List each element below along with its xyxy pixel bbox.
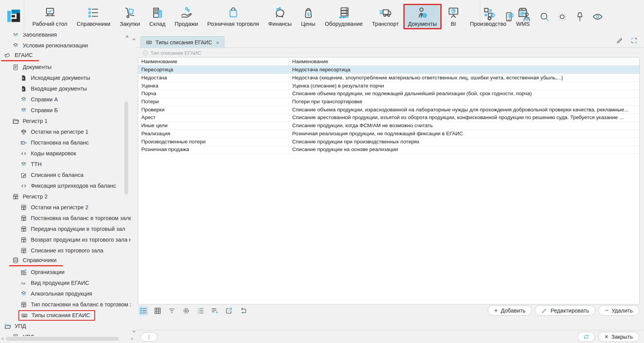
sidebar-item-19[interactable]: Возврат продукции из торгового зала на с… (0, 234, 131, 245)
list-add-icon[interactable] (210, 306, 219, 316)
collapse-group-icon[interactable] (143, 50, 148, 55)
more-options-button[interactable]: ⋮ (141, 332, 157, 341)
sidebar-item-11[interactable]: Коды маркировок (0, 148, 131, 159)
delete-button[interactable]: − Удалить (598, 305, 639, 316)
loop-icon[interactable] (238, 306, 248, 316)
sidebar-item-8[interactable]: Регистр 1 (0, 116, 131, 126)
sidebar-item-inner: Постановка на баланс в торговом зале (20, 215, 131, 222)
nav-item-bi[interactable]: BI (442, 4, 465, 29)
table-row-1[interactable]: НедостачаНедостача (хищение, злоупотребл… (138, 74, 639, 82)
gear-icon[interactable] (181, 306, 191, 316)
sidebar-item-20[interactable]: Списание из торгового зала (0, 245, 131, 256)
refresh-button[interactable] (577, 332, 595, 342)
nav-item-finance[interactable]: Финансы (264, 4, 296, 29)
nav-item-label: Транспорт (372, 21, 399, 27)
sidebar-item-7[interactable]: Справки Б (0, 105, 131, 116)
nav-item-desktop[interactable]: Рабочий стол (28, 4, 72, 29)
sidebar-item-5[interactable]: Входящие документы (0, 83, 131, 94)
vertical-scrollbar-thumb[interactable] (124, 101, 128, 195)
sidebar-item-17[interactable]: Постановка на баланс в торговом зале (0, 213, 131, 224)
main-content: Типы списания ЕГАИС × Тип списания ЕГАИС… (135, 33, 644, 330)
close-button[interactable]: × Закрыть (598, 332, 639, 342)
add-button[interactable]: + Добавить (488, 305, 532, 316)
sidebar-horizontal-scrollbar[interactable] (0, 336, 135, 342)
sidebar-item-0[interactable]: Заболевания (0, 33, 131, 40)
sidebar-item-18[interactable]: Передача продукции в торговый зал (0, 224, 131, 234)
settings-icon[interactable] (486, 11, 497, 22)
column-header-2[interactable]: Наименование (289, 57, 639, 66)
num-list-icon[interactable]: 123 (196, 306, 205, 316)
sidebar-item-23[interactable]: AaВид продукции ЕГАИС (0, 277, 131, 288)
theme-brightness-icon[interactable] (557, 11, 568, 22)
table-row-3[interactable]: ПорчаСписание объема продукции, не подле… (138, 90, 639, 98)
sidebar-item-label: Справочники (23, 257, 57, 263)
nav-item-sales[interactable]: Продажи (170, 4, 203, 29)
bi-icon (446, 6, 461, 19)
person-globe-icon (415, 6, 430, 19)
table-row-7[interactable]: Иные целиСписание продукции, когда ФСМ/А… (138, 122, 639, 130)
nav-item-transport[interactable]: Транспорт (367, 4, 403, 29)
balance-icon (20, 139, 27, 146)
layers-icon (20, 290, 27, 298)
sidebar-item-6[interactable]: Справки А (0, 94, 131, 105)
sidebar-item-25[interactable]: Тип постановки на баланс в торговом зале (0, 299, 131, 310)
user-profile-icon[interactable] (521, 11, 532, 22)
filter-icon[interactable] (167, 306, 177, 316)
nav-item-warehouse[interactable]: Склад (145, 4, 170, 29)
list-view-icon[interactable] (139, 306, 148, 316)
sidebar-item-14[interactable]: Фиксация штрихкодов на баланс (0, 180, 131, 191)
visibility-icon[interactable] (592, 11, 603, 22)
sidebar-item-4[interactable]: Исходящие документы (0, 72, 131, 83)
scroll-up-arrow-icon[interactable] (125, 35, 129, 37)
tab-tipy-spisaniya-egais[interactable]: Типы списания ЕГАИС × (141, 36, 224, 48)
scroll-right-arrow-icon[interactable] (131, 337, 134, 340)
table-row-2[interactable]: УценкаУценка (списание) в результате пор… (138, 82, 639, 90)
sidebar-item-3[interactable]: Документы (0, 62, 131, 72)
code-icon (20, 182, 27, 190)
sidebar-item-21[interactable]: Справочники (0, 256, 131, 267)
sidebar-item-16[interactable]: Остатки на регистре 2 (0, 202, 131, 213)
code-icon (20, 150, 27, 157)
edit-button-label: Редактировать (550, 308, 589, 314)
table-row-6[interactable]: АрестСписание арестованной продукции, из… (138, 114, 639, 122)
table-row-0[interactable]: ПересортицаНедостача пересортица (138, 66, 639, 74)
grid-view-icon[interactable] (153, 306, 162, 316)
messages-icon[interactable] (503, 11, 515, 22)
sidebar-item-10[interactable]: Постановка на баланс (0, 137, 131, 148)
search-icon[interactable] (539, 11, 550, 22)
sidebar-item-15[interactable]: Регистр 2 (0, 191, 131, 202)
sidebar-item-12[interactable]: ТТН (0, 159, 131, 170)
pin-icon[interactable] (574, 11, 585, 22)
fullscreen-icon[interactable] (630, 37, 638, 44)
edit-button[interactable]: Редактировать (535, 305, 595, 316)
edit-pencil-icon[interactable] (616, 37, 624, 44)
nav-item-retail[interactable]: Розничная торговля (202, 4, 264, 29)
nav-item-documents[interactable]: Документы (403, 4, 442, 29)
table-row-5[interactable]: ПроверкиСписание объема продукции, израс… (138, 106, 639, 114)
scroll-left-arrow-icon[interactable] (1, 337, 3, 340)
nav-item-equipment[interactable]: Оборудование (320, 4, 368, 29)
sidebar-item-label: Вид продукции ЕГАИС (31, 280, 89, 286)
open-external-icon[interactable] (224, 306, 234, 316)
table-row-9[interactable]: Производственные потериСписание продукци… (138, 138, 639, 146)
table-row-4[interactable]: ПотериПотери при транспортировке (138, 98, 639, 106)
table-row-8[interactable]: РеализацияРозничная реализация продукции… (138, 130, 639, 138)
table-row-10[interactable]: Розничная продажаСписание продукции на о… (138, 146, 639, 154)
nav-item-references[interactable]: Справочники (72, 4, 115, 29)
horizontal-scrollbar-thumb[interactable] (6, 337, 119, 341)
sidebar-item-24[interactable]: Алкогольная продукция (0, 288, 131, 299)
nav-item-label: Цены (301, 21, 315, 27)
column-header-1[interactable]: Наименование (138, 57, 289, 66)
sidebar-item-26[interactable]: Типы списания ЕГАИС (0, 310, 131, 321)
nav-item-prices[interactable]: $Цены (296, 4, 320, 29)
sidebar-item-1[interactable]: Условия регионализации (0, 40, 131, 51)
nav-item-purchases[interactable]: Закупки (115, 4, 145, 29)
sidebar-item-13[interactable]: Списания с баланса (0, 170, 131, 180)
sidebar-item-22[interactable]: Организации (0, 267, 131, 277)
sidebar-item-2[interactable]: ЕГАИС (0, 51, 131, 62)
tab-close-icon[interactable]: × (216, 39, 219, 46)
sidebar-vertical-scrollbar[interactable] (124, 33, 129, 335)
app-logo[interactable] (5, 8, 23, 25)
sidebar-item-9[interactable]: Остатки на регистре 1 (0, 126, 131, 137)
sidebar-item-27[interactable]: УПД (0, 321, 131, 331)
